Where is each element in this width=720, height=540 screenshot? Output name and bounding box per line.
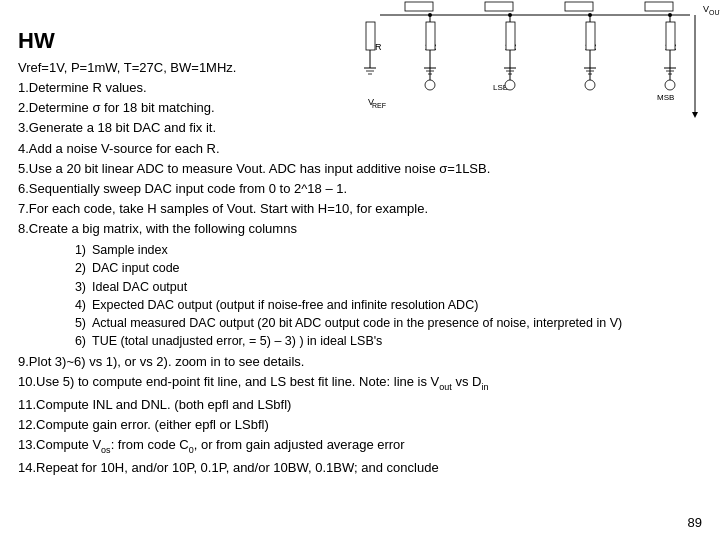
list-item-1: 1) Sample index — [68, 241, 702, 259]
line-11: 11.Compute INL and DNL. (both epfl and L… — [18, 395, 702, 415]
svg-point-58 — [428, 13, 432, 17]
hw-title: HW — [18, 28, 702, 54]
line-12: 12.Compute gain error. (either epfl or L… — [18, 415, 702, 435]
line-6: 6.Sequentially sweep DAC input code from… — [18, 179, 702, 199]
page-number: 89 — [688, 515, 702, 530]
hw-body: Vref=1V, P=1mW, T=27C, BW=1MHz. 1.Determ… — [18, 58, 702, 478]
line-3: 3.Generate a 18 bit DAC and fix it. — [18, 118, 702, 138]
line-14: 14.Repeat for 10H, and/or 10P, 0.1P, and… — [18, 458, 702, 478]
list-item-6: 6) TUE (total unadjusted error, = 5) – 3… — [68, 332, 702, 350]
svg-rect-10 — [645, 2, 673, 11]
line-10: 10.Use 5) to compute end-point fit line,… — [18, 372, 702, 395]
line-13: 13.Compute Vos: from code C0, or from ga… — [18, 435, 702, 458]
line-vref: Vref=1V, P=1mW, T=27C, BW=1MHz. — [18, 58, 702, 78]
line-5: 5.Use a 20 bit linear ADC to measure Vou… — [18, 159, 702, 179]
line-4: 4.Add a noise V-source for each R. — [18, 139, 702, 159]
vout-label: VOUT — [703, 4, 720, 16]
list-item-2: 2) DAC input code — [68, 259, 702, 277]
svg-rect-8 — [565, 2, 593, 11]
main-content: HW Vref=1V, P=1mW, T=27C, BW=1MHz. 1.Det… — [18, 28, 702, 478]
line-9: 9.Plot 3)~6) vs 1), or vs 2). zoom in to… — [18, 352, 702, 372]
page: VOUT R R R R 2R — [0, 0, 720, 540]
svg-point-59 — [508, 13, 512, 17]
list-item-4: 4) Expected DAC output (output if noise-… — [68, 296, 702, 314]
svg-point-61 — [668, 13, 672, 17]
line-7: 7.For each code, take H samples of Vout.… — [18, 199, 702, 219]
line-8: 8.Create a big matrix, with the followin… — [18, 219, 702, 239]
line-2: 2.Determine σ for 18 bit matching. — [18, 98, 702, 118]
line-1: 1.Determine R values. — [18, 78, 702, 98]
list-item-5: 5) Actual measured DAC output (20 bit AD… — [68, 314, 702, 332]
svg-rect-6 — [485, 2, 513, 11]
column-list: 1) Sample index 2) DAC input code 3) Ide… — [68, 241, 702, 350]
list-item-3: 3) Ideal DAC output — [68, 278, 702, 296]
svg-point-60 — [588, 13, 592, 17]
svg-rect-4 — [405, 2, 433, 11]
